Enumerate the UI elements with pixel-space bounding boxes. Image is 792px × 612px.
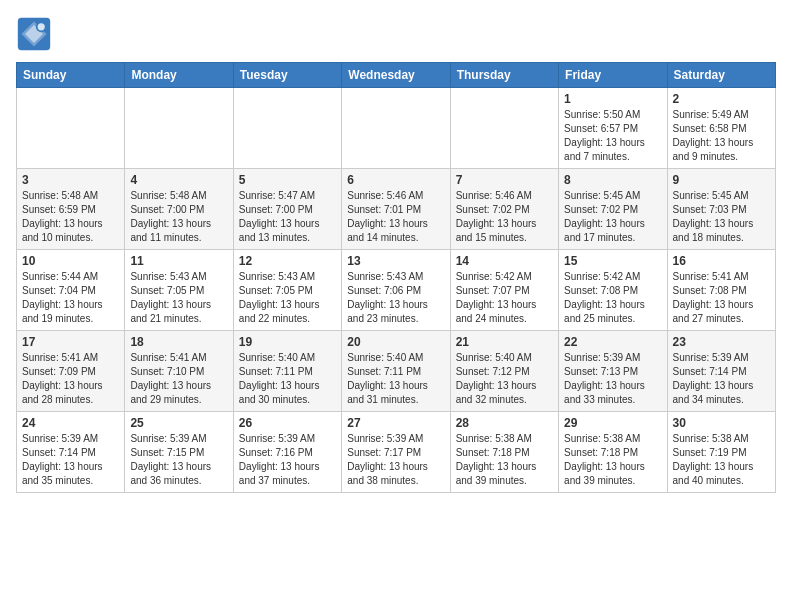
calendar-cell: 22Sunrise: 5:39 AM Sunset: 7:13 PM Dayli…: [559, 331, 667, 412]
calendar-cell: 12Sunrise: 5:43 AM Sunset: 7:05 PM Dayli…: [233, 250, 341, 331]
day-info: Sunrise: 5:39 AM Sunset: 7:14 PM Dayligh…: [22, 432, 119, 488]
calendar-cell: 16Sunrise: 5:41 AM Sunset: 7:08 PM Dayli…: [667, 250, 775, 331]
weekday-header-sunday: Sunday: [17, 63, 125, 88]
day-info: Sunrise: 5:43 AM Sunset: 7:05 PM Dayligh…: [239, 270, 336, 326]
day-number: 11: [130, 254, 227, 268]
day-info: Sunrise: 5:39 AM Sunset: 7:14 PM Dayligh…: [673, 351, 770, 407]
day-info: Sunrise: 5:40 AM Sunset: 7:12 PM Dayligh…: [456, 351, 553, 407]
calendar-cell: 1Sunrise: 5:50 AM Sunset: 6:57 PM Daylig…: [559, 88, 667, 169]
weekday-header-thursday: Thursday: [450, 63, 558, 88]
calendar-cell: 18Sunrise: 5:41 AM Sunset: 7:10 PM Dayli…: [125, 331, 233, 412]
day-info: Sunrise: 5:46 AM Sunset: 7:02 PM Dayligh…: [456, 189, 553, 245]
day-number: 21: [456, 335, 553, 349]
calendar-cell: 29Sunrise: 5:38 AM Sunset: 7:18 PM Dayli…: [559, 412, 667, 493]
day-info: Sunrise: 5:39 AM Sunset: 7:13 PM Dayligh…: [564, 351, 661, 407]
calendar-cell: 10Sunrise: 5:44 AM Sunset: 7:04 PM Dayli…: [17, 250, 125, 331]
day-info: Sunrise: 5:39 AM Sunset: 7:17 PM Dayligh…: [347, 432, 444, 488]
day-number: 1: [564, 92, 661, 106]
day-number: 6: [347, 173, 444, 187]
day-info: Sunrise: 5:50 AM Sunset: 6:57 PM Dayligh…: [564, 108, 661, 164]
calendar-week-row: 1Sunrise: 5:50 AM Sunset: 6:57 PM Daylig…: [17, 88, 776, 169]
calendar-cell: 17Sunrise: 5:41 AM Sunset: 7:09 PM Dayli…: [17, 331, 125, 412]
calendar-cell: 19Sunrise: 5:40 AM Sunset: 7:11 PM Dayli…: [233, 331, 341, 412]
day-number: 18: [130, 335, 227, 349]
day-number: 27: [347, 416, 444, 430]
weekday-header-friday: Friday: [559, 63, 667, 88]
calendar-cell: 4Sunrise: 5:48 AM Sunset: 7:00 PM Daylig…: [125, 169, 233, 250]
day-info: Sunrise: 5:38 AM Sunset: 7:18 PM Dayligh…: [456, 432, 553, 488]
day-info: Sunrise: 5:43 AM Sunset: 7:06 PM Dayligh…: [347, 270, 444, 326]
day-number: 8: [564, 173, 661, 187]
calendar-week-row: 10Sunrise: 5:44 AM Sunset: 7:04 PM Dayli…: [17, 250, 776, 331]
calendar-cell: 23Sunrise: 5:39 AM Sunset: 7:14 PM Dayli…: [667, 331, 775, 412]
day-number: 22: [564, 335, 661, 349]
calendar-cell: 11Sunrise: 5:43 AM Sunset: 7:05 PM Dayli…: [125, 250, 233, 331]
page-header: [16, 16, 776, 52]
calendar: SundayMondayTuesdayWednesdayThursdayFrid…: [16, 62, 776, 493]
day-number: 26: [239, 416, 336, 430]
day-number: 16: [673, 254, 770, 268]
day-info: Sunrise: 5:40 AM Sunset: 7:11 PM Dayligh…: [239, 351, 336, 407]
day-number: 3: [22, 173, 119, 187]
weekday-header-row: SundayMondayTuesdayWednesdayThursdayFrid…: [17, 63, 776, 88]
day-number: 29: [564, 416, 661, 430]
day-info: Sunrise: 5:39 AM Sunset: 7:15 PM Dayligh…: [130, 432, 227, 488]
day-info: Sunrise: 5:42 AM Sunset: 7:08 PM Dayligh…: [564, 270, 661, 326]
day-info: Sunrise: 5:45 AM Sunset: 7:03 PM Dayligh…: [673, 189, 770, 245]
calendar-cell: 20Sunrise: 5:40 AM Sunset: 7:11 PM Dayli…: [342, 331, 450, 412]
day-number: 12: [239, 254, 336, 268]
day-number: 4: [130, 173, 227, 187]
calendar-cell: 14Sunrise: 5:42 AM Sunset: 7:07 PM Dayli…: [450, 250, 558, 331]
day-number: 19: [239, 335, 336, 349]
calendar-week-row: 24Sunrise: 5:39 AM Sunset: 7:14 PM Dayli…: [17, 412, 776, 493]
day-number: 14: [456, 254, 553, 268]
day-info: Sunrise: 5:48 AM Sunset: 7:00 PM Dayligh…: [130, 189, 227, 245]
day-info: Sunrise: 5:43 AM Sunset: 7:05 PM Dayligh…: [130, 270, 227, 326]
day-number: 5: [239, 173, 336, 187]
calendar-cell: 25Sunrise: 5:39 AM Sunset: 7:15 PM Dayli…: [125, 412, 233, 493]
day-info: Sunrise: 5:45 AM Sunset: 7:02 PM Dayligh…: [564, 189, 661, 245]
day-info: Sunrise: 5:49 AM Sunset: 6:58 PM Dayligh…: [673, 108, 770, 164]
calendar-cell: 6Sunrise: 5:46 AM Sunset: 7:01 PM Daylig…: [342, 169, 450, 250]
day-number: 24: [22, 416, 119, 430]
calendar-cell: 3Sunrise: 5:48 AM Sunset: 6:59 PM Daylig…: [17, 169, 125, 250]
day-number: 7: [456, 173, 553, 187]
day-info: Sunrise: 5:41 AM Sunset: 7:10 PM Dayligh…: [130, 351, 227, 407]
calendar-cell: [125, 88, 233, 169]
day-number: 28: [456, 416, 553, 430]
calendar-cell: 8Sunrise: 5:45 AM Sunset: 7:02 PM Daylig…: [559, 169, 667, 250]
weekday-header-monday: Monday: [125, 63, 233, 88]
calendar-cell: 30Sunrise: 5:38 AM Sunset: 7:19 PM Dayli…: [667, 412, 775, 493]
weekday-header-saturday: Saturday: [667, 63, 775, 88]
day-info: Sunrise: 5:41 AM Sunset: 7:09 PM Dayligh…: [22, 351, 119, 407]
day-info: Sunrise: 5:39 AM Sunset: 7:16 PM Dayligh…: [239, 432, 336, 488]
day-number: 13: [347, 254, 444, 268]
day-number: 30: [673, 416, 770, 430]
day-info: Sunrise: 5:48 AM Sunset: 6:59 PM Dayligh…: [22, 189, 119, 245]
day-info: Sunrise: 5:40 AM Sunset: 7:11 PM Dayligh…: [347, 351, 444, 407]
calendar-cell: 2Sunrise: 5:49 AM Sunset: 6:58 PM Daylig…: [667, 88, 775, 169]
weekday-header-tuesday: Tuesday: [233, 63, 341, 88]
calendar-cell: 28Sunrise: 5:38 AM Sunset: 7:18 PM Dayli…: [450, 412, 558, 493]
calendar-week-row: 3Sunrise: 5:48 AM Sunset: 6:59 PM Daylig…: [17, 169, 776, 250]
day-info: Sunrise: 5:44 AM Sunset: 7:04 PM Dayligh…: [22, 270, 119, 326]
day-info: Sunrise: 5:38 AM Sunset: 7:19 PM Dayligh…: [673, 432, 770, 488]
day-info: Sunrise: 5:47 AM Sunset: 7:00 PM Dayligh…: [239, 189, 336, 245]
day-number: 15: [564, 254, 661, 268]
day-number: 10: [22, 254, 119, 268]
calendar-cell: [342, 88, 450, 169]
calendar-week-row: 17Sunrise: 5:41 AM Sunset: 7:09 PM Dayli…: [17, 331, 776, 412]
day-info: Sunrise: 5:46 AM Sunset: 7:01 PM Dayligh…: [347, 189, 444, 245]
calendar-cell: 24Sunrise: 5:39 AM Sunset: 7:14 PM Dayli…: [17, 412, 125, 493]
calendar-cell: 13Sunrise: 5:43 AM Sunset: 7:06 PM Dayli…: [342, 250, 450, 331]
day-number: 23: [673, 335, 770, 349]
day-info: Sunrise: 5:42 AM Sunset: 7:07 PM Dayligh…: [456, 270, 553, 326]
logo-icon: [16, 16, 52, 52]
calendar-cell: 27Sunrise: 5:39 AM Sunset: 7:17 PM Dayli…: [342, 412, 450, 493]
day-number: 25: [130, 416, 227, 430]
calendar-cell: 5Sunrise: 5:47 AM Sunset: 7:00 PM Daylig…: [233, 169, 341, 250]
calendar-cell: 15Sunrise: 5:42 AM Sunset: 7:08 PM Dayli…: [559, 250, 667, 331]
day-info: Sunrise: 5:38 AM Sunset: 7:18 PM Dayligh…: [564, 432, 661, 488]
svg-point-4: [38, 23, 45, 30]
day-number: 2: [673, 92, 770, 106]
